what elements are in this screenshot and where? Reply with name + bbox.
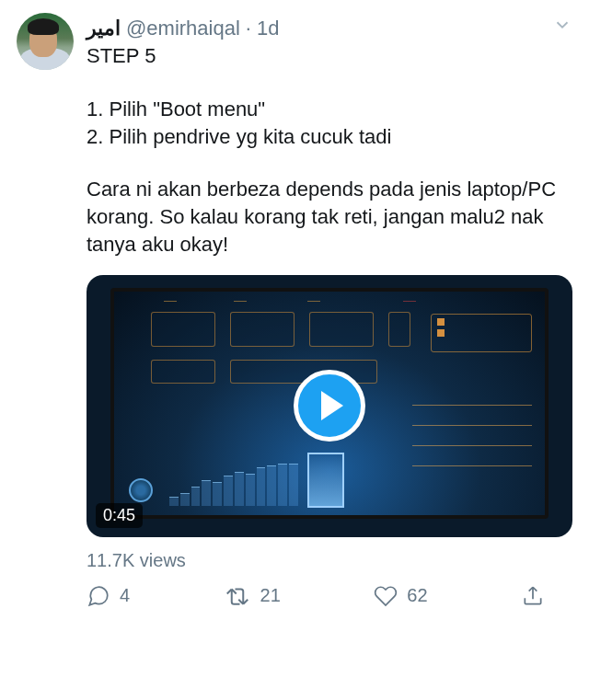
author-name[interactable]: امير: [87, 17, 121, 40]
retweet-count: 21: [260, 585, 281, 606]
like-icon: [374, 584, 398, 608]
reply-count: 4: [120, 585, 130, 606]
play-button[interactable]: [294, 370, 365, 442]
avatar-column: [17, 13, 74, 608]
tweet-time[interactable]: 1d: [257, 17, 279, 40]
share-button[interactable]: [521, 584, 545, 608]
tweet-body: STEP 5 1. Pilih "Boot menu" 2. Pilih pen…: [87, 42, 572, 258]
play-icon: [321, 391, 343, 420]
share-icon: [521, 584, 545, 608]
body-item-1: 1. Pilih "Boot menu": [87, 96, 572, 123]
body-paragraph: Cara ni akan berbeza depends pada jenis …: [87, 176, 572, 258]
like-button[interactable]: 62: [374, 584, 427, 608]
chevron-down-icon[interactable]: [552, 13, 572, 40]
body-title: STEP 5: [87, 42, 572, 70]
retweet-icon: [224, 584, 251, 608]
tweet-actions: 4 21 62: [87, 584, 572, 608]
video-duration: 0:45: [96, 503, 143, 528]
like-count: 62: [407, 585, 427, 606]
body-item-2: 2. Pilih pendrive yg kita cucuk tadi: [87, 123, 572, 151]
retweet-button[interactable]: 21: [224, 584, 281, 608]
view-count[interactable]: 11.7K views: [87, 550, 572, 571]
author-handle[interactable]: @emirhaiqal: [126, 17, 240, 40]
reply-button[interactable]: 4: [87, 584, 130, 608]
dot-separator: ·: [246, 17, 251, 40]
avatar[interactable]: [17, 13, 74, 70]
tweet-header: امير @emirhaiqal · 1d: [87, 13, 572, 40]
tweet-main: امير @emirhaiqal · 1d STEP 5 1. Pilih "B…: [87, 13, 572, 608]
video-media[interactable]: —— —— —— ——: [87, 275, 572, 537]
tweet: امير @emirhaiqal · 1d STEP 5 1. Pilih "B…: [0, 0, 589, 617]
reply-icon: [87, 584, 110, 608]
